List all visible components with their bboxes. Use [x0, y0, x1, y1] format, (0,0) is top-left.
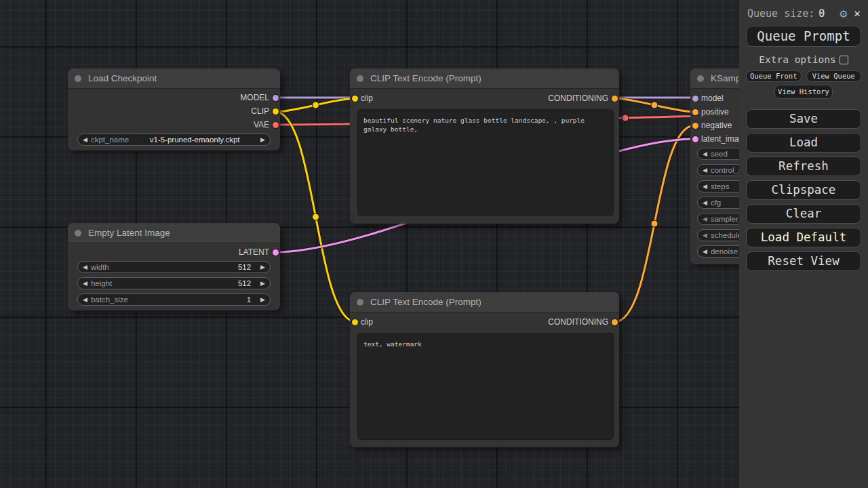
widget-label: steps	[711, 182, 730, 190]
widget-label: width	[91, 263, 109, 271]
widget-height[interactable]: ◀ height 512 ▶	[77, 277, 271, 289]
widget-right-arrow-icon[interactable]: ▶	[260, 137, 265, 143]
output-slot-latent[interactable]: LATENT	[239, 245, 280, 259]
node-clip-text-encode-negative[interactable]: CLIP Text Encode (Prompt) clip CONDITION…	[350, 292, 619, 447]
widget-left-arrow-icon[interactable]: ◀	[703, 167, 707, 174]
widget-ckpt-name[interactable]: ◀ ckpt_name v1-5-pruned-emaonly.ckpt ▶	[77, 134, 271, 146]
node-clip-text-encode-positive[interactable]: CLIP Text Encode (Prompt) clip CONDITION…	[350, 68, 619, 224]
slot-dot-conditioning[interactable]	[692, 123, 698, 129]
node-title: CLIP Text Encode (Prompt)	[370, 297, 481, 307]
widget-value: 512	[238, 263, 257, 271]
slot-dot-model[interactable]	[273, 95, 279, 101]
collapse-dot-icon[interactable]	[357, 299, 363, 306]
slot-label: clip	[361, 94, 373, 103]
slot-label: CLIP	[251, 106, 269, 116]
slot-label: model	[701, 94, 724, 103]
slot-dot-model[interactable]	[692, 96, 698, 102]
slot-dot-clip[interactable]	[352, 319, 358, 325]
slot-dot-vae[interactable]	[273, 122, 279, 128]
widget-value: v1-5-pruned-emaonly.ckpt	[132, 136, 257, 144]
widget-left-arrow-icon[interactable]: ◀	[703, 151, 707, 157]
output-slot-conditioning[interactable]: CONDITIONING	[548, 92, 619, 105]
widget-label: denoise	[711, 247, 738, 256]
settings-gear-icon[interactable]: ⚙	[840, 7, 848, 20]
widget-label: seed	[711, 150, 728, 158]
prompt-textarea[interactable]: beautiful scenery nature glass bottle la…	[357, 109, 614, 216]
widget-left-arrow-icon[interactable]: ◀	[83, 297, 87, 303]
widget-right-arrow-icon[interactable]: ▶	[260, 264, 265, 270]
widget-left-arrow-icon[interactable]: ◀	[703, 249, 707, 255]
collapse-dot-icon[interactable]	[75, 75, 81, 82]
node-title: Empty Latent Image	[88, 228, 170, 238]
widget-left-arrow-icon[interactable]: ◀	[703, 184, 707, 190]
refresh-button[interactable]: Refresh	[746, 157, 861, 176]
slot-dot-latent[interactable]	[273, 249, 279, 256]
view-history-button[interactable]: View History	[774, 85, 833, 99]
input-slot-clip[interactable]: clip	[350, 315, 373, 329]
output-slot-vae[interactable]: VAE	[254, 118, 280, 131]
widget-left-arrow-icon[interactable]: ◀	[703, 232, 707, 239]
queue-prompt-button[interactable]: Queue Prompt	[746, 26, 861, 47]
widget-left-arrow-icon[interactable]: ◀	[83, 281, 87, 287]
extra-options-label: Extra options	[759, 54, 836, 65]
slot-label: MODEL	[240, 93, 269, 102]
widget-label: batch_size	[91, 296, 128, 304]
slot-label: CONDITIONING	[548, 94, 608, 103]
view-queue-button[interactable]: View Queue	[806, 70, 862, 82]
menu-header: Queue size: 0 ⚙ ✕	[739, 0, 868, 20]
slot-dot-clip[interactable]	[273, 108, 279, 115]
collapse-dot-icon[interactable]	[697, 75, 704, 82]
output-slot-model[interactable]: MODEL	[240, 91, 280, 104]
prompt-textarea[interactable]: text, watermark	[357, 333, 614, 440]
save-button[interactable]: Save	[746, 109, 861, 129]
input-slot-model[interactable]: model	[690, 92, 724, 105]
widget-label: height	[91, 279, 112, 287]
node-title: Load Checkpoint	[88, 73, 157, 83]
queue-size-value: 0	[818, 7, 825, 20]
queue-buttons-row: Queue Front View Queue	[746, 70, 861, 82]
reset-view-button[interactable]: Reset View	[746, 251, 861, 271]
input-slot-negative[interactable]: negative	[690, 119, 732, 132]
widget-left-arrow-icon[interactable]: ◀	[703, 216, 707, 222]
clear-button[interactable]: Clear	[746, 204, 861, 224]
widget-left-arrow-icon[interactable]: ◀	[703, 200, 707, 206]
output-slot-conditioning[interactable]: CONDITIONING	[548, 315, 619, 329]
collapse-dot-icon[interactable]	[357, 75, 363, 82]
slot-label: negative	[701, 121, 732, 130]
widget-label: ckpt_name	[91, 136, 129, 144]
slot-dot-conditioning[interactable]	[612, 96, 618, 102]
slot-label: CONDITIONING	[548, 317, 608, 327]
widget-batch-size[interactable]: ◀ batch_size 1 ▶	[77, 293, 271, 306]
widget-width[interactable]: ◀ width 512 ▶	[77, 261, 271, 273]
slot-label: VAE	[254, 120, 269, 129]
node-load-checkpoint[interactable]: Load Checkpoint MODEL CLIP VAE ◀ ckpt_na…	[68, 68, 280, 150]
input-slot-clip[interactable]: clip	[350, 92, 373, 105]
collapse-dot-icon[interactable]	[75, 230, 81, 237]
close-icon[interactable]: ✕	[854, 8, 861, 19]
widget-right-arrow-icon[interactable]: ▶	[260, 281, 265, 287]
clipspace-button[interactable]: Clipspace	[746, 180, 861, 200]
load-button[interactable]: Load	[746, 133, 861, 152]
node-header[interactable]: CLIP Text Encode (Prompt)	[350, 68, 619, 89]
input-slot-positive[interactable]: positive	[690, 105, 729, 119]
slot-dot-conditioning[interactable]	[612, 319, 618, 325]
slot-dot-latent[interactable]	[692, 136, 698, 142]
load-default-button[interactable]: Load Default	[746, 228, 861, 247]
slot-label: clip	[361, 317, 373, 327]
node-empty-latent-image[interactable]: Empty Latent Image LATENT ◀ width 512 ▶ …	[68, 223, 280, 310]
widget-right-arrow-icon[interactable]: ▶	[260, 297, 265, 303]
extra-options-checkbox[interactable]	[840, 56, 848, 64]
widget-left-arrow-icon[interactable]: ◀	[83, 137, 87, 143]
widget-left-arrow-icon[interactable]: ◀	[83, 264, 87, 270]
widget-value: 512	[238, 279, 257, 287]
extra-options-row: Extra options	[739, 54, 868, 65]
slot-dot-clip[interactable]	[352, 96, 358, 102]
queue-front-button[interactable]: Queue Front	[746, 70, 802, 82]
widget-value: 1	[247, 296, 257, 304]
node-header[interactable]: Load Checkpoint	[68, 68, 280, 89]
node-header[interactable]: CLIP Text Encode (Prompt)	[350, 292, 619, 312]
slot-dot-conditioning[interactable]	[692, 109, 698, 115]
output-slot-clip[interactable]: CLIP	[251, 104, 280, 118]
node-title: CLIP Text Encode (Prompt)	[370, 73, 481, 83]
node-header[interactable]: Empty Latent Image	[68, 223, 280, 243]
